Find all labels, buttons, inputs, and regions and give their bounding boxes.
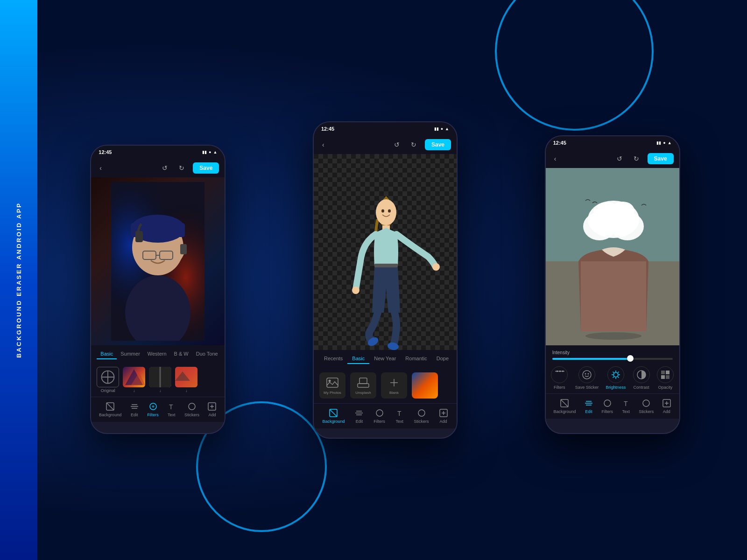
svg-text:T: T	[169, 403, 173, 411]
phone1-photo-area	[91, 177, 225, 345]
filter-thumb-2[interactable]: ↓	[149, 367, 171, 393]
phone3-tool-opacity[interactable]: Opacity	[657, 366, 674, 390]
phone3-tool-filters[interactable]: Filters	[551, 366, 568, 390]
phone3-slider-fill	[552, 358, 631, 360]
phone2-edit-label: Edit	[356, 419, 363, 424]
unsplash-icon	[357, 376, 370, 389]
phone3-tool-edit[interactable]: Edit	[584, 399, 593, 414]
phone3-save-button[interactable]: Save	[648, 153, 674, 164]
phone2-checkerboard	[314, 154, 457, 350]
svg-point-35	[432, 263, 440, 271]
phone3-tool-contrast[interactable]: Contrast	[633, 366, 650, 390]
phone3-person-svg	[546, 168, 679, 345]
svg-rect-36	[374, 264, 398, 267]
phone1-tab-bw[interactable]: B & W	[170, 349, 192, 359]
phone1-tab-summer[interactable]: Summer	[117, 349, 144, 359]
svg-point-42	[328, 380, 331, 382]
phone1-tool-filters[interactable]: Filters	[147, 402, 159, 417]
phone2-tab-recents[interactable]: Recents	[319, 354, 347, 364]
phone3-opacity-icon	[657, 366, 674, 383]
filter-3-label: ↓	[175, 388, 197, 393]
phone3-filters-icon	[551, 366, 568, 383]
svg-line-48	[330, 409, 337, 417]
phone2-tab-newyear[interactable]: New Year	[369, 354, 401, 364]
phone1-tab-duotone[interactable]: Duo Tone	[192, 349, 222, 359]
phone3-back-button[interactable]: ‹	[551, 153, 559, 164]
phone2-tab-romantic[interactable]: Romantic	[401, 354, 431, 364]
phone3-slider-thumb[interactable]	[627, 355, 634, 362]
phone1-tab-western[interactable]: Western	[144, 349, 170, 359]
phone1-toolbar: ‹ ↺ ↻ Save	[91, 159, 225, 177]
phone1-tool-edit[interactable]: Edit	[130, 402, 139, 417]
phone1-wifi-icon: ●	[209, 150, 211, 154]
phone2-person-svg	[314, 154, 457, 350]
filter-3-img	[175, 367, 197, 387]
phone1-tool-text[interactable]: T Text	[167, 402, 176, 417]
phone1-tool-background[interactable]: Background	[99, 402, 121, 417]
phone3-tool-filters[interactable]: Filters	[602, 399, 613, 414]
phone2-tool-text[interactable]: T Text	[395, 408, 404, 424]
phone3-photo	[546, 168, 679, 345]
phone3-redo-button[interactable]: ↻	[631, 153, 642, 164]
phone2-tool-stickers[interactable]: Stickers	[414, 408, 429, 424]
phone3-edit-icon	[584, 399, 593, 408]
phone1-tab-basic[interactable]: Basic	[97, 349, 117, 359]
phone2-back-button[interactable]: ‹	[319, 139, 327, 150]
phone2-save-button[interactable]: Save	[425, 139, 451, 150]
phone3-slider-track[interactable]	[552, 358, 673, 360]
svg-point-28	[189, 403, 195, 410]
phone2-tab-dope[interactable]: Dope	[432, 354, 453, 364]
phone3-tool-stickers[interactable]: Stickers	[639, 399, 654, 414]
filter-thumb-1[interactable]: ↓	[123, 367, 145, 393]
phone2-undo-button[interactable]: ↺	[391, 139, 402, 150]
phone2-add-label: Add	[440, 419, 447, 424]
phone1-back-button[interactable]: ‹	[97, 162, 105, 174]
svg-rect-85	[666, 371, 669, 374]
svg-line-82	[613, 377, 613, 378]
phone3-undo-button[interactable]: ↺	[614, 153, 625, 164]
phone2-tool-filters[interactable]: Filters	[374, 408, 385, 424]
phone1-background-label: Background	[99, 413, 121, 417]
phone1-photo	[91, 177, 225, 345]
filter-thumb-original[interactable]: Original	[97, 367, 119, 393]
phone1-tool-add[interactable]: Add	[207, 402, 217, 417]
phone2-tool-add[interactable]: Add	[439, 408, 448, 424]
phone2-wifi-icon: ●	[441, 126, 443, 131]
filter-1-svg	[123, 367, 145, 387]
phone1-text-icon: T	[167, 402, 176, 411]
phone3-intensity-bar: Intensity	[546, 345, 679, 363]
svg-text:T: T	[397, 410, 402, 417]
phone3-status-icons: ▮▮ ● ▲	[656, 140, 671, 145]
phone2-thumb-unsplash[interactable]: Unsplash	[350, 372, 376, 399]
phone3-background-icon	[560, 399, 569, 408]
phone1-tool-stickers[interactable]: Stickers	[184, 402, 199, 417]
phone3-tool-background[interactable]: Background	[553, 399, 576, 414]
phone2-text-icon: T	[395, 408, 404, 418]
phone2-thumb-blank[interactable]: Blank	[381, 372, 407, 399]
phone3-tool-text[interactable]: T Text	[621, 399, 631, 414]
phone1-tab-ha[interactable]: Ha	[222, 349, 225, 359]
phone2-thumb-myphotos[interactable]: My Photos	[319, 372, 345, 399]
svg-point-32	[376, 199, 396, 225]
phone1-redo-button[interactable]: ↻	[176, 162, 187, 174]
phone2-thumb-sunset[interactable]	[412, 372, 438, 399]
phone3-toolbar-actions: ↺ ↻ Save	[614, 153, 674, 164]
svg-point-71	[583, 371, 591, 379]
phone2-tool-edit[interactable]: Edit	[354, 408, 364, 424]
phone2-toolbar: ‹ ↺ ↻ Save	[314, 135, 457, 154]
phone3-photo-area	[546, 168, 679, 345]
phone1-undo-button[interactable]: ↺	[159, 162, 170, 174]
phone3-tool-brightness[interactable]: Brightness	[606, 366, 626, 390]
svg-rect-84	[661, 371, 665, 374]
phone3-toolbar: ‹ ↺ ↻ Save	[546, 149, 679, 168]
phone2-tool-background[interactable]: Background	[322, 408, 345, 424]
phone3-add-label: Add	[663, 409, 670, 414]
phone3-tool-add[interactable]: Add	[662, 399, 671, 414]
phone3-tool-savesticker[interactable]: Save Sticker	[575, 366, 599, 390]
phone2-redo-button[interactable]: ↻	[408, 139, 419, 150]
svg-point-73	[587, 373, 589, 375]
phone2-bg-thumbs: My Photos Unsplash Blank	[314, 368, 457, 403]
filter-thumb-3[interactable]: ↓	[175, 367, 197, 393]
phone1-save-button[interactable]: Save	[193, 162, 219, 174]
phone2-tab-basic[interactable]: Basic	[347, 354, 369, 364]
